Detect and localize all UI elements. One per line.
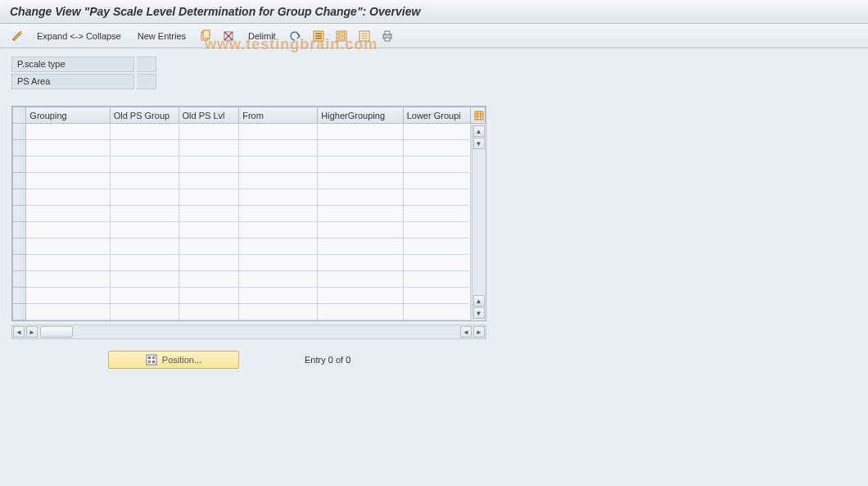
table-row[interactable]	[13, 288, 486, 304]
cell[interactable]	[26, 189, 110, 206]
table-row[interactable]	[13, 189, 486, 206]
row-selector[interactable]	[13, 189, 26, 206]
select-block-icon[interactable]	[331, 28, 352, 44]
cell[interactable]	[179, 271, 239, 288]
deselect-all-icon[interactable]	[354, 28, 375, 44]
row-selector[interactable]	[13, 124, 26, 140]
cell[interactable]	[26, 222, 110, 238]
cell[interactable]	[403, 124, 470, 140]
cell[interactable]	[179, 189, 239, 206]
row-selector[interactable]	[13, 140, 26, 157]
h-scroll-thumb[interactable]	[40, 326, 73, 338]
cell[interactable]	[179, 173, 239, 189]
cell[interactable]	[318, 124, 403, 140]
cell[interactable]	[403, 173, 470, 189]
cell[interactable]	[110, 304, 179, 320]
cell[interactable]	[110, 157, 179, 173]
col-lower-grouping[interactable]: Lower Groupi	[403, 107, 470, 124]
cell[interactable]	[26, 140, 110, 157]
new-entries-button[interactable]: New Entries	[130, 28, 193, 44]
cell[interactable]	[318, 189, 403, 206]
cell[interactable]	[26, 304, 110, 320]
h-scroll-track[interactable]	[40, 326, 458, 338]
cell[interactable]	[403, 255, 470, 271]
table-row[interactable]	[13, 157, 486, 173]
cell[interactable]	[403, 189, 470, 206]
row-selector[interactable]	[13, 206, 26, 222]
row-selector[interactable]	[13, 271, 26, 288]
cell[interactable]	[239, 157, 318, 173]
cell[interactable]	[179, 140, 239, 157]
cell[interactable]	[110, 222, 179, 238]
row-selector[interactable]	[13, 157, 26, 173]
cell[interactable]	[403, 288, 470, 304]
cell[interactable]	[110, 238, 179, 255]
cell[interactable]	[318, 288, 403, 304]
cell[interactable]	[26, 157, 110, 173]
table-config-icon[interactable]	[470, 107, 485, 124]
position-button[interactable]: Position...	[108, 351, 239, 369]
col-old-ps-group[interactable]: Old PS Group	[110, 107, 179, 124]
scroll-up2-icon[interactable]: ▼	[473, 138, 485, 149]
delimit-button[interactable]: Delimit	[241, 28, 283, 44]
scroll-right2-icon[interactable]: ◄	[460, 326, 472, 338]
expand-collapse-button[interactable]: Expand <-> Collapse	[29, 28, 129, 44]
table-row[interactable]	[13, 271, 486, 288]
v-scrollbar[interactable]: ▲ ▼ ▲ ▼	[472, 125, 485, 320]
table-row[interactable]	[13, 124, 486, 140]
cell[interactable]	[403, 238, 470, 255]
cell[interactable]	[239, 124, 318, 140]
scroll-down-icon[interactable]: ▼	[473, 307, 485, 319]
cell[interactable]	[239, 255, 318, 271]
ps-area-input[interactable]	[137, 74, 156, 89]
cell[interactable]	[318, 222, 403, 238]
undo-icon[interactable]	[285, 28, 306, 44]
col-selector[interactable]	[13, 107, 26, 124]
cell[interactable]	[318, 206, 403, 222]
cell[interactable]	[239, 206, 318, 222]
select-all-icon[interactable]	[308, 28, 329, 44]
scroll-left-icon[interactable]: ◄	[13, 326, 25, 338]
cell[interactable]	[318, 140, 403, 157]
delete-icon[interactable]	[218, 28, 239, 44]
cell[interactable]	[239, 173, 318, 189]
cell[interactable]	[403, 157, 470, 173]
cell[interactable]	[26, 238, 110, 255]
cell[interactable]	[239, 304, 318, 320]
col-higher-grouping[interactable]: HigherGrouping	[318, 107, 403, 124]
scroll-right-step-icon[interactable]: ►	[26, 326, 38, 338]
cell[interactable]	[179, 304, 239, 320]
cell[interactable]	[179, 288, 239, 304]
scroll-up-icon[interactable]: ▲	[473, 125, 485, 137]
cell[interactable]	[239, 271, 318, 288]
col-old-ps-lvl[interactable]: Old PS Lvl	[179, 107, 239, 124]
cell[interactable]	[239, 222, 318, 238]
cell[interactable]	[318, 157, 403, 173]
table-row[interactable]	[13, 222, 486, 238]
cell[interactable]	[110, 140, 179, 157]
cell[interactable]	[179, 206, 239, 222]
cell[interactable]	[26, 124, 110, 140]
cell[interactable]	[239, 238, 318, 255]
table-row[interactable]	[13, 255, 486, 271]
cell[interactable]	[403, 206, 470, 222]
cell[interactable]	[318, 271, 403, 288]
cell[interactable]	[110, 206, 179, 222]
row-selector[interactable]	[13, 304, 26, 320]
cell[interactable]	[26, 206, 110, 222]
cell[interactable]	[110, 189, 179, 206]
cell[interactable]	[179, 238, 239, 255]
cell[interactable]	[110, 288, 179, 304]
table-row[interactable]	[13, 238, 486, 255]
cell[interactable]	[110, 173, 179, 189]
col-grouping[interactable]: Grouping	[26, 107, 110, 124]
cell[interactable]	[318, 304, 403, 320]
cell[interactable]	[239, 140, 318, 157]
copy-icon[interactable]	[195, 28, 216, 44]
table-row[interactable]	[13, 140, 486, 157]
cell[interactable]	[318, 255, 403, 271]
cell[interactable]	[179, 157, 239, 173]
cell[interactable]	[26, 288, 110, 304]
cell[interactable]	[26, 255, 110, 271]
cell[interactable]	[403, 140, 470, 157]
